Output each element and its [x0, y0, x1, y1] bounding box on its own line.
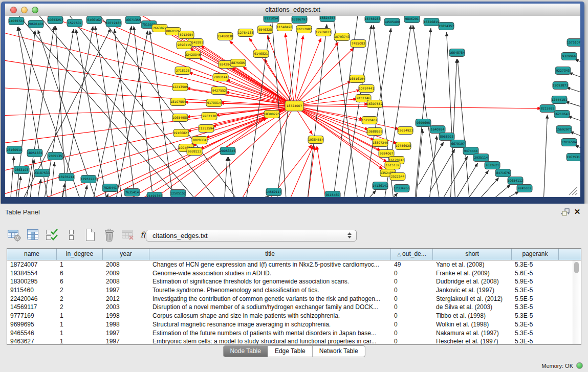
- network-edge[interactable]: [294, 48, 354, 106]
- rows-icon[interactable]: [63, 227, 79, 243]
- network-node[interactable]: 24055724: [9, 17, 25, 25]
- network-edge[interactable]: [416, 129, 423, 197]
- column-header[interactable]: △out_de...: [391, 249, 433, 260]
- select-columns-icon[interactable]: [44, 227, 60, 243]
- network-node[interactable]: 8878334: [192, 137, 207, 144]
- network-edge[interactable]: [419, 142, 444, 185]
- network-node[interactable]: 26160510: [7, 146, 23, 154]
- network-edge[interactable]: [317, 146, 328, 197]
- delete-table-icon[interactable]: [120, 227, 136, 243]
- network-node[interactable]: 9699695: [416, 119, 431, 127]
- network-node[interactable]: 8131054: [264, 16, 279, 23]
- network-node[interactable]: 21491356: [147, 192, 163, 198]
- network-node[interactable]: 16935214: [59, 173, 75, 181]
- network-node[interactable]: 9427552: [211, 87, 227, 95]
- network-node[interactable]: 14569117: [266, 188, 282, 196]
- network-edge[interactable]: [56, 26, 67, 197]
- network-node[interactable]: 7635414: [124, 189, 140, 196]
- network-node[interactable]: 12505152: [170, 190, 186, 198]
- network-node[interactable]: 17016504: [561, 139, 577, 146]
- network-edge[interactable]: [37, 179, 41, 197]
- network-node[interactable]: 15854357: [439, 23, 454, 30]
- network-edge[interactable]: [543, 115, 547, 197]
- network-node[interactable]: 12939831: [316, 29, 332, 36]
- network-node[interactable]: 15692971: [556, 126, 572, 134]
- network-node[interactable]: 11548498: [277, 24, 293, 31]
- network-node[interactable]: 9863103: [14, 166, 29, 174]
- network-node[interactable]: 6679197: [450, 140, 466, 148]
- table-row[interactable]: 1872400712008Changes of HCN gene express…: [7, 260, 581, 269]
- network-node[interactable]: 23187533: [34, 169, 50, 177]
- network-node[interactable]: 10653257: [48, 16, 63, 24]
- network-node[interactable]: 16307552: [367, 100, 383, 108]
- network-node[interactable]: 10688639: [367, 128, 383, 136]
- network-node[interactable]: 9505135: [48, 152, 63, 160]
- network-node[interactable]: 15720407: [362, 117, 378, 124]
- network-edge[interactable]: [224, 157, 227, 197]
- network-edge[interactable]: [475, 178, 499, 197]
- network-edge[interactable]: [294, 104, 368, 106]
- network-node[interactable]: 17957223: [81, 176, 97, 183]
- float-panel-icon[interactable]: [560, 207, 570, 216]
- network-node[interactable]: 16756983: [365, 16, 381, 23]
- table-row[interactable]: 946554611997Estimation of the future num…: [7, 329, 581, 338]
- network-node[interactable]: 9146821: [253, 50, 269, 58]
- network-node[interactable]: 15824357: [320, 16, 336, 22]
- column-header[interactable]: year: [103, 249, 149, 260]
- network-node[interactable]: 2522544: [390, 173, 405, 181]
- network-node[interactable]: 20691406: [28, 20, 44, 28]
- network-node[interactable]: 18951831: [27, 149, 43, 157]
- column-header[interactable]: name: [7, 249, 57, 260]
- network-edge[interactable]: [150, 31, 174, 197]
- network-node[interactable]: 9806291: [404, 16, 420, 23]
- network-node[interactable]: 12093873: [553, 82, 569, 90]
- network-node[interactable]: 2803144: [213, 74, 228, 81]
- network-edge[interactable]: [258, 195, 269, 197]
- network-node[interactable]: 8958923: [439, 133, 454, 141]
- resize-grip-icon[interactable]: [569, 187, 577, 195]
- table-selector-dropdown[interactable]: citations_edges.txt: [146, 230, 357, 242]
- network-node[interactable]: 19756928: [396, 142, 411, 150]
- network-node[interactable]: 10654112: [508, 177, 524, 185]
- tab-edge-table[interactable]: Edge Table: [268, 346, 312, 357]
- network-node[interactable]: 22480038: [217, 33, 233, 40]
- column-header[interactable]: title: [149, 249, 391, 260]
- network-node[interactable]: 19384554: [308, 136, 324, 144]
- table-settings-icon[interactable]: [6, 227, 23, 243]
- column-header[interactable]: pagerank: [512, 249, 559, 260]
- network-node[interactable]: 22420046: [185, 51, 201, 59]
- network-node[interactable]: 8875685: [230, 59, 246, 67]
- table-column-icon[interactable]: [25, 227, 41, 243]
- network-node[interactable]: 16186793: [292, 16, 308, 24]
- network-node[interactable]: 1527602: [67, 19, 82, 27]
- network-edge[interactable]: [5, 31, 294, 106]
- network-edge[interactable]: [83, 185, 87, 197]
- network-edge[interactable]: [343, 25, 372, 197]
- network-edge[interactable]: [10, 156, 14, 197]
- table-row[interactable]: 2242004622012Investigating the contribut…: [7, 295, 581, 303]
- network-edge[interactable]: [264, 59, 294, 106]
- network-node[interactable]: 1640954: [430, 126, 445, 134]
- network-node[interactable]: 10719185: [106, 19, 122, 27]
- network-node[interactable]: 8471676: [495, 169, 511, 177]
- close-icon[interactable]: ✕: [573, 207, 582, 216]
- network-node[interactable]: 9170014: [206, 99, 222, 107]
- network-node[interactable]: 9245652: [517, 185, 532, 192]
- network-node[interactable]: 2935114: [473, 154, 489, 162]
- tab-network-table[interactable]: Network Table: [312, 346, 365, 357]
- network-node[interactable]: 20053346: [220, 147, 236, 155]
- network-node[interactable]: 17334266: [394, 185, 410, 192]
- network-node[interactable]: 16671355: [125, 16, 141, 24]
- network-node[interactable]: 9896115: [177, 41, 192, 49]
- network-edge[interactable]: [565, 102, 580, 109]
- table-row[interactable]: 1938455462009Genome-wide association stu…: [7, 269, 581, 278]
- network-node[interactable]: 16326819: [424, 18, 440, 26]
- table-row[interactable]: 1830029562008Estimation of significance …: [7, 277, 581, 286]
- vertical-scrollbar[interactable]: [573, 260, 580, 344]
- network-node[interactable]: 9546328: [257, 26, 273, 34]
- network-node[interactable]: 9938222: [187, 148, 202, 156]
- network-node[interactable]: 12444151: [552, 96, 568, 104]
- network-edge[interactable]: [17, 176, 21, 197]
- network-node[interactable]: 19654923: [398, 127, 413, 135]
- network-edge[interactable]: [579, 160, 580, 166]
